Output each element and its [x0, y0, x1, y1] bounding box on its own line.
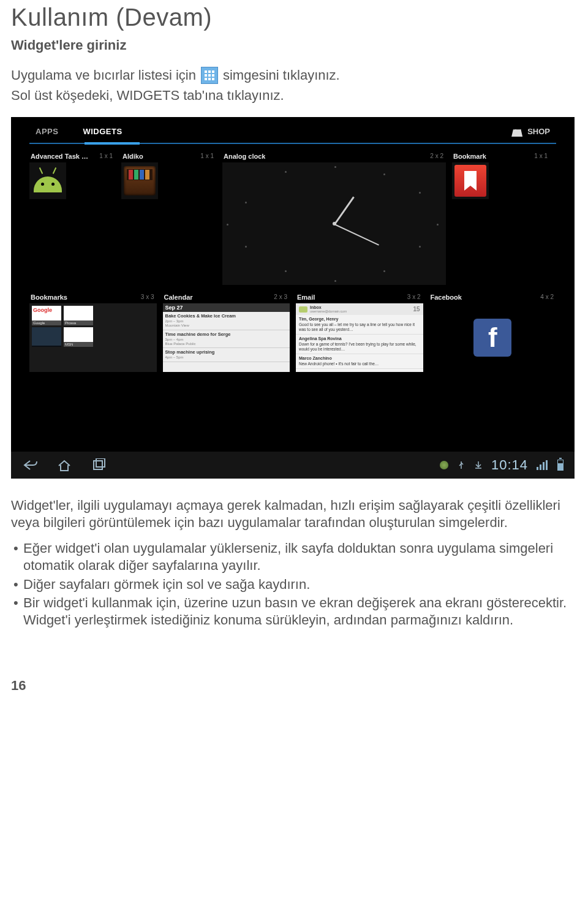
list-item: Bir widget'i kullanmak için, üzerine uzu…: [11, 594, 577, 629]
shop-button[interactable]: SHOP: [511, 126, 550, 137]
widget-calendar[interactable]: Calendar2 x 3 Sep 27 Bake Cookies & Make…: [163, 294, 290, 372]
tab-widgets[interactable]: WIDGETS: [83, 127, 122, 136]
svg-rect-5: [212, 74, 214, 77]
status-clock: 10:14: [491, 457, 528, 473]
page-title: Kullanım (Devam): [11, 4, 577, 31]
shop-bag-icon: [511, 126, 522, 137]
apps-grid-icon: [201, 67, 218, 84]
widget-advanced-task-killer[interactable]: Advanced Task Killer Free1 x 1: [29, 153, 115, 285]
widget-analog-clock[interactable]: Analog clock2 x 2: [222, 153, 446, 285]
download-icon[interactable]: [474, 461, 483, 469]
intro-line-1: Uygulama ve bıcırlar listesi için simges…: [11, 67, 577, 84]
body-bullet-list: Eğer widget'i olan uygulamalar yüklersen…: [11, 540, 577, 629]
intro-text-before: Uygulama ve bıcırlar listesi için: [11, 67, 196, 83]
tablet-screenshot: APPS WIDGETS SHOP Advanced Task Killer F…: [11, 117, 575, 479]
list-item: Diğer sayfaları görmek için sol ve sağa …: [11, 576, 577, 593]
notification-dot-icon[interactable]: [440, 461, 448, 469]
recent-apps-icon[interactable]: [91, 458, 107, 472]
facebook-preview: f: [429, 303, 557, 372]
home-icon[interactable]: [56, 458, 72, 472]
widget-aldiko[interactable]: Aldiko1 x 1: [121, 153, 216, 285]
facebook-icon: f: [473, 319, 511, 357]
intro-text-after: simgesini tıklayınız.: [223, 67, 340, 83]
list-item: Eğer widget'i olan uygulamalar yüklersen…: [11, 540, 577, 574]
svg-rect-7: [208, 78, 211, 80]
wifi-icon: [537, 460, 549, 470]
section-subtitle: Widget'lere giriniz: [11, 37, 577, 53]
bookmark-flag-icon: [454, 165, 486, 197]
widget-email[interactable]: Email3 x 2 Inbox username@domain.com 15 …: [296, 294, 423, 372]
tab-underline: [29, 143, 556, 144]
analog-clock-icon: [222, 162, 446, 285]
body-paragraph: Widget'ler, ilgili uygulamayı açmaya ger…: [11, 497, 577, 531]
mail-icon: [299, 306, 307, 313]
back-icon[interactable]: [22, 458, 38, 472]
shop-label: SHOP: [527, 127, 550, 136]
svg-rect-9: [94, 461, 102, 469]
widget-facebook[interactable]: Facebook4 x 2 f: [429, 294, 557, 372]
svg-rect-2: [212, 70, 214, 73]
svg-rect-8: [212, 78, 214, 80]
battery-icon: [557, 460, 564, 471]
email-preview: Inbox username@domain.com 15 Tim, George…: [296, 303, 423, 372]
page-number: 16: [11, 678, 577, 694]
svg-rect-10: [96, 458, 105, 467]
svg-rect-3: [205, 74, 207, 77]
usb-icon[interactable]: [457, 461, 466, 469]
intro-line-2: Sol üst köşedeki, WIDGETS tab'ına tıklay…: [11, 88, 577, 104]
android-head-icon: [34, 169, 62, 192]
tabs-row: APPS WIDGETS SHOP: [11, 117, 575, 140]
svg-rect-1: [208, 70, 211, 73]
svg-rect-4: [208, 74, 211, 77]
widget-bookmark[interactable]: Bookmark1 x 1: [452, 153, 550, 285]
system-navbar: 10:14: [11, 452, 575, 479]
svg-rect-0: [205, 70, 207, 73]
bookmarks-preview: GoogleGoogle Picasa MSN: [29, 303, 157, 372]
tab-apps[interactable]: APPS: [36, 127, 58, 136]
svg-rect-6: [205, 78, 207, 80]
widget-bookmarks[interactable]: Bookmarks3 x 3 GoogleGoogle Picasa MSN: [29, 294, 157, 372]
bookshelf-icon: [124, 166, 156, 195]
calendar-preview: Sep 27 Bake Cookies & Make Ice Cream2pm …: [163, 303, 290, 372]
